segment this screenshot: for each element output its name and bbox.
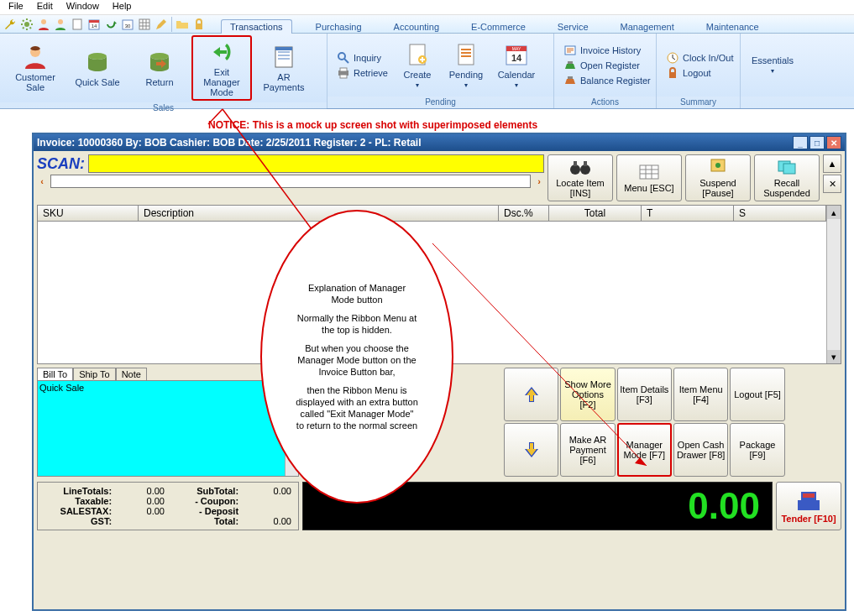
user-red-icon[interactable] [37, 18, 50, 31]
pencil-icon[interactable] [155, 18, 168, 31]
minimize-button[interactable]: _ [793, 136, 808, 149]
package-button[interactable]: Package [F9] [730, 423, 784, 477]
create-button[interactable]: Create▾ [394, 39, 441, 91]
open-cash-drawer-button[interactable]: Open Cash Drawer [F8] [673, 423, 728, 477]
manager-mode-button[interactable]: Manager Mode [F7] [617, 423, 672, 477]
invoice-history-button[interactable]: Invoice History [560, 43, 654, 58]
tab-service[interactable]: Service [549, 20, 597, 34]
menu-file[interactable]: File [3, 1, 29, 13]
make-ar-payment-button[interactable]: Make AR Payment [F6] [560, 423, 615, 477]
menu-esc-button[interactable]: Menu [ESC] [616, 154, 682, 201]
invoice-icon [270, 44, 297, 70]
open-register-button[interactable]: Open Register [560, 58, 654, 73]
balance-register-button[interactable]: Balance Register [560, 73, 654, 88]
ribbon-line-label: Logout [683, 68, 711, 78]
col-description[interactable]: Description [139, 206, 499, 221]
annotation-p2: But when you choose the Manager Mode but… [296, 342, 418, 378]
tab-purchasing[interactable]: Purchasing [307, 20, 370, 34]
clock-in-out-button[interactable]: Clock In/Out [663, 50, 737, 65]
next-arrow[interactable]: › [534, 176, 544, 186]
totals-label: SALESTAX: [41, 506, 115, 516]
lock-icon[interactable] [192, 18, 206, 31]
calendar-30-icon[interactable]: 30 [121, 18, 134, 31]
close-button[interactable]: ✕ [826, 136, 841, 149]
folder-icon[interactable] [176, 18, 189, 31]
svg-text:MAY: MAY [512, 46, 521, 51]
tab-maintenance[interactable]: Maintenance [698, 20, 768, 34]
totals-label: GST: [41, 516, 115, 526]
suspend-button[interactable]: Suspend [Pause] [685, 154, 751, 201]
svg-text:30: 30 [125, 23, 131, 29]
gear-icon[interactable] [20, 18, 34, 31]
essentials-button[interactable]: Essentials▾ [746, 53, 799, 77]
close-panel-button[interactable]: ✕ [823, 175, 841, 193]
ribbon-btn-label: Calendar [498, 70, 536, 80]
totals-label: Total: [168, 516, 242, 526]
prev-arrow[interactable]: ‹ [37, 176, 47, 186]
tab-management[interactable]: Management [612, 20, 683, 34]
col-t[interactable]: T [642, 206, 734, 221]
tab-billto[interactable]: Bill To [37, 368, 73, 380]
logout-f5-button[interactable]: Logout [F5] [730, 368, 784, 421]
customer-sale-button[interactable]: Customer Sale [5, 41, 65, 95]
arrow-down-button[interactable] [504, 423, 558, 477]
locate-item-button[interactable]: Locate Item [INS] [548, 154, 613, 201]
nav-trough [50, 175, 531, 188]
arrow-up-button[interactable] [504, 368, 558, 421]
return-button[interactable]: Return [129, 46, 190, 90]
ribbon-btn-label: Create [403, 70, 431, 80]
logout-button[interactable]: Logout [663, 65, 737, 81]
totals-label: LineTotals: [41, 486, 115, 496]
svg-rect-15 [275, 47, 292, 50]
quick-sale-button[interactable]: Quick Sale [67, 46, 128, 90]
menubar: File Edit Window Help [0, 0, 854, 15]
pending-button[interactable]: Pending▾ [443, 39, 490, 91]
grid-scrollbar[interactable]: ▴▾ [826, 206, 841, 363]
menu-window[interactable]: Window [61, 1, 104, 13]
item-menu-button[interactable]: Item Menu [F4] [673, 368, 728, 421]
suspend-icon [706, 158, 730, 176]
doc-icon[interactable] [71, 18, 84, 31]
history-icon [563, 44, 577, 57]
svg-rect-5 [89, 20, 99, 23]
table-icon[interactable] [138, 18, 151, 31]
tab-transactions[interactable]: Transactions [221, 19, 292, 34]
up-arrow-button[interactable]: ▲ [823, 154, 841, 173]
menu-edit[interactable]: Edit [32, 1, 58, 13]
tab-ecommerce[interactable]: E-Commerce [463, 20, 534, 34]
recall-suspended-button[interactable]: Recall Suspended [754, 154, 820, 201]
col-dscp[interactable]: Dsc.% [499, 206, 549, 221]
ribbon: Customer Sale Quick Sale Return Exit Man… [0, 34, 854, 109]
svg-rect-29 [568, 76, 573, 79]
posbtn-label: Recall Suspended [755, 178, 819, 198]
svg-rect-9 [139, 19, 149, 29]
totals-value [242, 506, 295, 516]
tab-shipto[interactable]: Ship To [73, 368, 116, 380]
tender-button[interactable]: Tender [F10] [776, 482, 841, 530]
tab-accounting[interactable]: Accounting [385, 20, 448, 34]
tab-note[interactable]: Note [116, 368, 147, 380]
maximize-button[interactable]: □ [809, 136, 825, 149]
retrieve-button[interactable]: Retrieve [333, 65, 391, 81]
col-sku[interactable]: SKU [38, 206, 139, 221]
scan-input[interactable] [88, 154, 544, 173]
inquiry-button[interactable]: Inquiry [333, 50, 391, 65]
show-more-options-button[interactable]: Show More Options [F2] [560, 368, 615, 421]
totals-box: LineTotals:0.00 SubTotal:0.00 Taxable:0.… [37, 482, 299, 530]
annotation-p3: then the Ribbon Menu is displayed with a… [296, 384, 418, 431]
col-s[interactable]: S [734, 206, 826, 221]
ribbon-btn-label: Pending [449, 70, 483, 80]
function-button-grid: Show More Options [F2] Item Details [F3]… [504, 368, 841, 477]
calendar-icon[interactable]: 14 [87, 18, 101, 31]
menu-help[interactable]: Help [107, 1, 137, 13]
refresh-icon[interactable] [104, 18, 118, 31]
col-total[interactable]: Total [549, 206, 642, 221]
ribbon-btn-label: Essentials [752, 55, 794, 65]
user-green-icon[interactable] [54, 18, 67, 31]
calendar-button[interactable]: 14MAY Calendar▾ [491, 39, 542, 91]
ar-payments-button[interactable]: AR Payments [254, 41, 314, 95]
ribbon-line-label: Open Register [580, 60, 640, 70]
item-details-button[interactable]: Item Details [F3] [617, 368, 672, 421]
exit-manager-mode-button[interactable]: Exit Manager Mode [191, 35, 252, 101]
wrench-icon[interactable] [3, 18, 17, 31]
